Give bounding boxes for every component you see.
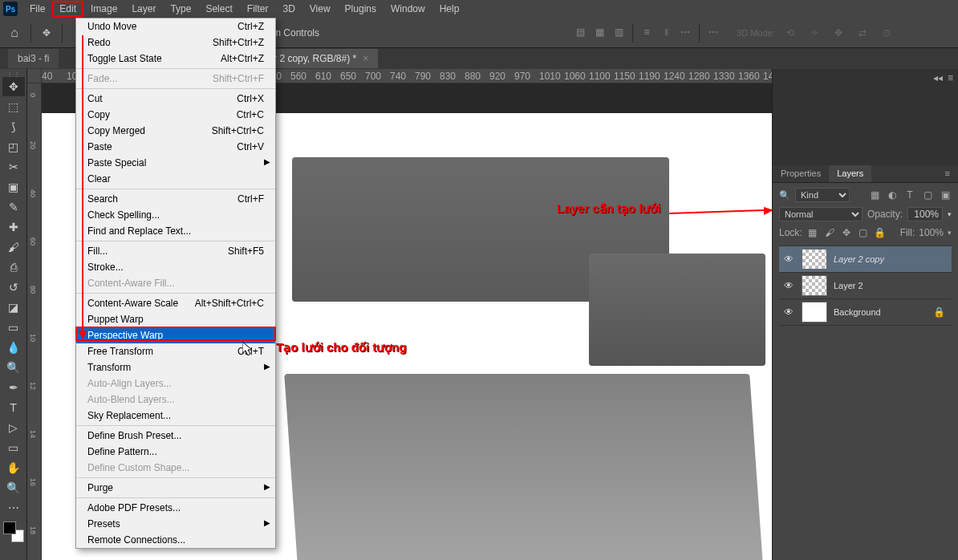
- filter-shape-icon[interactable]: ▢: [921, 189, 934, 201]
- menu-item-find-and-replace-text[interactable]: Find and Replace Text...: [76, 223, 275, 239]
- menu-item-define-brush-preset[interactable]: Define Brush Preset...: [76, 428, 275, 444]
- layer-visibility-icon[interactable]: 👁: [782, 306, 795, 318]
- menu-3d[interactable]: 3D: [275, 1, 302, 17]
- layer-lock-icon[interactable]: 🔒: [933, 306, 945, 318]
- ruler-origin[interactable]: [27, 69, 42, 83]
- layer-filter-kind[interactable]: Kind: [795, 188, 850, 202]
- menu-help[interactable]: Help: [432, 1, 467, 17]
- dodge-tool[interactable]: 🔍: [2, 358, 25, 377]
- distribute-icon[interactable]: ≡: [638, 23, 656, 41]
- menu-item-search[interactable]: SearchCtrl+F: [76, 191, 275, 207]
- tab-properties[interactable]: Properties: [773, 165, 829, 182]
- home-icon[interactable]: ⌂: [5, 23, 24, 43]
- 3d-orbit-icon[interactable]: ⟲: [781, 24, 799, 42]
- menu-item-copy[interactable]: CopyCtrl+C: [76, 107, 275, 123]
- distribute-v-icon[interactable]: ⫴: [657, 23, 675, 41]
- layer-row[interactable]: 👁Layer 2: [779, 273, 952, 299]
- color-swatches[interactable]: [3, 521, 24, 542]
- menu-item-paste-special[interactable]: Paste Special▶: [76, 155, 275, 171]
- move-tool-indicator[interactable]: ✥: [38, 24, 55, 42]
- menu-filter[interactable]: Filter: [240, 1, 276, 17]
- 3d-pan-icon[interactable]: ✥: [830, 24, 847, 42]
- collapse-panels-icon[interactable]: ◂◂: [933, 72, 943, 83]
- lock-position-icon[interactable]: ✥: [840, 226, 853, 239]
- shape-tool[interactable]: ▭: [2, 438, 25, 457]
- pen-tool[interactable]: ✒: [2, 378, 25, 397]
- history-brush-tool[interactable]: ↺: [2, 278, 25, 297]
- menu-window[interactable]: Window: [384, 1, 432, 17]
- menu-item-copy-merged[interactable]: Copy MergedShift+Ctrl+C: [76, 123, 275, 139]
- distribute-h-icon[interactable]: ⋯: [676, 23, 694, 41]
- eraser-tool[interactable]: ◪: [2, 298, 25, 317]
- layer-thumbnail[interactable]: [802, 249, 827, 270]
- marquee-tool[interactable]: ⬚: [2, 97, 25, 116]
- menu-item-puppet-warp[interactable]: Puppet Warp: [76, 311, 275, 327]
- filter-adjust-icon[interactable]: ◐: [886, 189, 899, 201]
- menu-item-stroke[interactable]: Stroke...: [76, 259, 275, 275]
- lock-transparency-icon[interactable]: ▦: [806, 226, 819, 239]
- close-tab-icon[interactable]: ×: [363, 53, 368, 64]
- document-tab-partial[interactable]: bai3 - fi: [8, 49, 59, 68]
- 3d-zoom-icon[interactable]: ⊙: [878, 24, 895, 42]
- object-select-tool[interactable]: ◰: [2, 137, 25, 156]
- ruler-vertical[interactable]: 0204060801012141618: [27, 83, 42, 560]
- blend-mode-select[interactable]: Normal: [779, 207, 863, 221]
- toolbox-grip[interactable]: ⋮⋮: [6, 71, 21, 77]
- layer-name[interactable]: Layer 2 copy: [834, 254, 884, 264]
- menu-item-undo-move[interactable]: Undo MoveCtrl+Z: [76, 18, 275, 34]
- menu-item-clear[interactable]: Clear: [76, 171, 275, 187]
- layer-visibility-icon[interactable]: 👁: [782, 254, 795, 265]
- menu-item-fill[interactable]: Fill...Shift+F5: [76, 243, 275, 259]
- layer-name[interactable]: Background: [834, 307, 881, 317]
- menu-edit[interactable]: Edit: [52, 1, 83, 17]
- menu-item-sky-replacement[interactable]: Sky Replacement...: [76, 408, 275, 424]
- 3d-slide-icon[interactable]: ⇄: [854, 24, 871, 42]
- layer-name[interactable]: Layer 2: [834, 281, 863, 290]
- lock-artboard-icon[interactable]: ▢: [857, 226, 870, 239]
- menu-item-define-pattern[interactable]: Define Pattern...: [76, 444, 275, 460]
- align-center-icon[interactable]: ▦: [591, 23, 608, 41]
- menu-item-transform[interactable]: Transform▶: [76, 359, 275, 375]
- align-right-icon[interactable]: ▥: [610, 23, 627, 41]
- zoom-tool[interactable]: 🔍: [2, 478, 25, 497]
- lock-all-icon[interactable]: 🔒: [874, 226, 887, 239]
- fill-dropdown-icon[interactable]: ▾: [948, 229, 952, 237]
- foreground-color[interactable]: [3, 521, 16, 534]
- stamp-tool[interactable]: ⎙: [2, 258, 25, 277]
- fill-value[interactable]: 100%: [919, 227, 944, 238]
- filter-type-icon[interactable]: T: [903, 189, 916, 201]
- healing-tool[interactable]: ✚: [2, 217, 25, 237]
- filter-pixel-icon[interactable]: ▦: [868, 189, 881, 201]
- path-select-tool[interactable]: ▷: [2, 418, 25, 437]
- menu-plugins[interactable]: Plugins: [338, 1, 384, 17]
- menu-item-cut[interactable]: CutCtrl+X: [76, 91, 275, 107]
- move-tool[interactable]: ✥: [2, 77, 25, 96]
- frame-tool[interactable]: ▣: [2, 177, 25, 197]
- menu-view[interactable]: View: [302, 1, 338, 17]
- layer-thumbnail[interactable]: [802, 275, 827, 296]
- layer-row[interactable]: 👁Background🔒: [779, 299, 952, 326]
- menu-image[interactable]: Image: [83, 1, 124, 17]
- align-left-icon[interactable]: ▤: [571, 23, 589, 41]
- eyedropper-tool[interactable]: ✎: [2, 197, 25, 217]
- menu-item-content-aware-scale[interactable]: Content-Aware ScaleAlt+Shift+Ctrl+C: [76, 295, 275, 311]
- menu-item-remote-connections[interactable]: Remote Connections...: [76, 532, 275, 548]
- menu-item-purge[interactable]: Purge▶: [76, 480, 275, 496]
- layer-row[interactable]: 👁Layer 2 copy: [779, 246, 952, 273]
- panel-menu-icon[interactable]: ≡: [948, 72, 953, 83]
- menu-item-paste[interactable]: PasteCtrl+V: [76, 139, 275, 155]
- 3d-roll-icon[interactable]: ✧: [806, 24, 823, 42]
- menu-type[interactable]: Type: [163, 1, 198, 17]
- layer-visibility-icon[interactable]: 👁: [782, 280, 795, 291]
- menu-item-check-spelling[interactable]: Check Spelling...: [76, 207, 275, 223]
- edit-toolbar[interactable]: ⋯: [2, 498, 25, 517]
- blur-tool[interactable]: 💧: [2, 338, 25, 357]
- opacity-value[interactable]: 100%: [907, 207, 943, 221]
- lasso-tool[interactable]: ⟆: [2, 117, 25, 136]
- menu-item-toggle-last-state[interactable]: Toggle Last StateAlt+Ctrl+Z: [76, 51, 275, 67]
- layer-thumbnail[interactable]: [802, 302, 827, 323]
- gradient-tool[interactable]: ▭: [2, 318, 25, 337]
- lock-pixels-icon[interactable]: 🖌: [823, 226, 836, 239]
- tab-layers[interactable]: Layers: [829, 165, 871, 182]
- type-tool[interactable]: T: [2, 398, 25, 417]
